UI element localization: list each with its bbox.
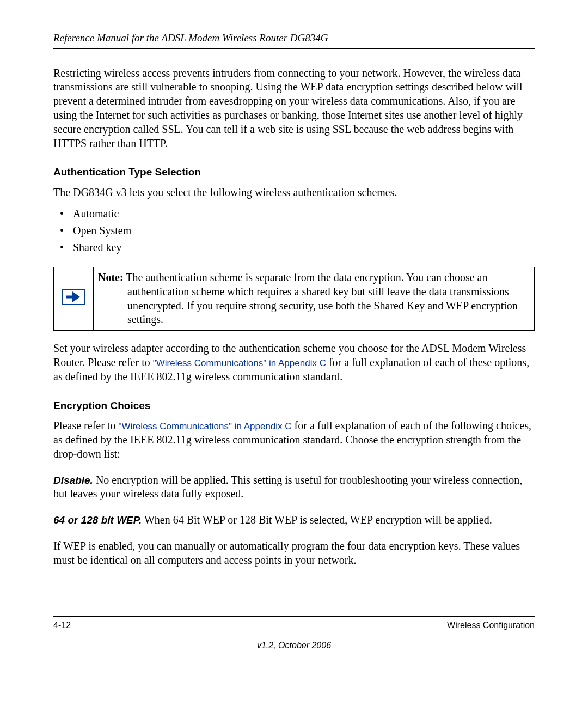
list-item: Open System	[53, 222, 535, 239]
footer-row: 4-12 Wireless Configuration	[53, 620, 535, 631]
after-note-paragraph: Set your wireless adapter according to t…	[53, 342, 535, 384]
enc-pre: Please refer to	[53, 419, 118, 431]
note-body: authentication scheme which requires a s…	[98, 285, 530, 327]
wep-runin: 64 or 128 bit WEP.	[53, 514, 142, 526]
footer-section: Wireless Configuration	[447, 620, 535, 631]
appendix-c-link[interactable]: "Wireless Communications" in Appendix C	[153, 358, 326, 368]
auth-list: Automatic Open System Shared key	[53, 205, 535, 256]
page-footer: 4-12 Wireless Configuration v1.2, Octobe…	[53, 616, 535, 652]
disable-paragraph: Disable. No encryption will be applied. …	[53, 473, 535, 502]
note-text-cell: Note: The authentication scheme is separ…	[94, 267, 535, 330]
encryption-intro: Please refer to "Wireless Communications…	[53, 419, 535, 461]
wep-followup: If WEP is enabled, you can manually or a…	[53, 539, 535, 568]
appendix-c-link[interactable]: "Wireless Communications" in Appendix C	[118, 421, 291, 431]
intro-paragraph: Restricting wireless access prevents int…	[53, 66, 535, 151]
page-container: Reference Manual for the ADSL Modem Wire…	[0, 0, 588, 706]
note-first-line: The authentication scheme is separate fr…	[124, 271, 488, 283]
list-item: Automatic	[53, 205, 535, 222]
wep-text: When 64 Bit WEP or 128 Bit WEP is select…	[142, 514, 492, 526]
page-header: Reference Manual for the ADSL Modem Wire…	[53, 32, 535, 49]
disable-runin: Disable.	[53, 474, 93, 486]
auth-intro: The DG834G v3 lets you select the follow…	[53, 186, 535, 200]
footer-version: v1.2, October 2006	[53, 640, 535, 652]
list-item: Shared key	[53, 239, 535, 256]
arrow-right-icon	[62, 289, 85, 305]
auth-heading: Authentication Type Selection	[53, 166, 535, 179]
note-label: Note:	[98, 271, 124, 283]
disable-text: No encryption will be applied. This sett…	[53, 474, 522, 500]
encryption-heading: Encryption Choices	[53, 399, 535, 413]
note-icon-cell	[54, 267, 94, 330]
header-title: Reference Manual for the ADSL Modem Wire…	[53, 32, 328, 44]
wep-paragraph: 64 or 128 bit WEP. When 64 Bit WEP or 12…	[53, 513, 535, 527]
note-box: Note: The authentication scheme is separ…	[53, 267, 535, 331]
page-number: 4-12	[53, 620, 71, 631]
